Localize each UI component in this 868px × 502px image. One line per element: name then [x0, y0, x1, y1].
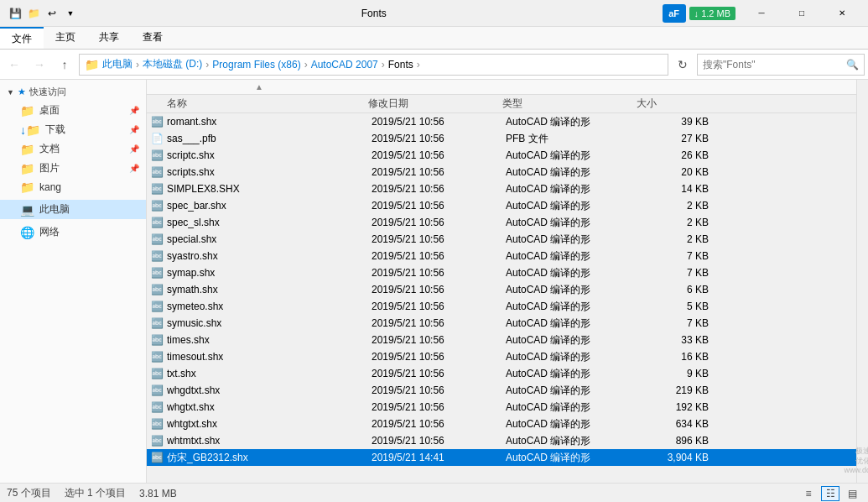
- up-button[interactable]: ↑: [54, 54, 75, 76]
- file-row[interactable]: 🔤 SIMPLEX8.SHX 2019/5/21 10:56 AutoCAD 编…: [147, 180, 856, 197]
- breadcrumb-fonts: Fonts: [388, 59, 413, 71]
- file-row[interactable]: 🔤 whtmtxt.shx 2019/5/21 10:56 AutoCAD 编译…: [147, 432, 856, 449]
- file-date: 2019/5/21 10:56: [372, 250, 506, 262]
- file-row[interactable]: 🔤 timesout.shx 2019/5/21 10:56 AutoCAD 编…: [147, 348, 856, 365]
- file-row[interactable]: 🔤 romant.shx 2019/5/21 10:56 AutoCAD 编译的…: [147, 113, 856, 130]
- sort-indicator: ▲: [255, 82, 263, 92]
- file-icon: 🔤: [150, 434, 164, 447]
- col-name-header[interactable]: 名称: [150, 97, 368, 111]
- sidebar-item-kang[interactable]: 📁 kang: [0, 178, 146, 196]
- maximize-button[interactable]: [782, 2, 821, 25]
- file-row[interactable]: 🔤 spec_sl.shx 2019/5/21 10:56 AutoCAD 编译…: [147, 214, 856, 231]
- file-type: AutoCAD 编译的形: [506, 451, 640, 465]
- file-type: AutoCAD 编译的形: [506, 283, 640, 297]
- file-list: 🔤 romant.shx 2019/5/21 10:56 AutoCAD 编译的…: [147, 113, 856, 483]
- sidebar-item-pictures[interactable]: 📁 图片 📌: [0, 159, 146, 178]
- file-row[interactable]: 🔤 whgdtxt.shx 2019/5/21 10:56 AutoCAD 编译…: [147, 382, 856, 399]
- newdir-quick-btn[interactable]: 📁: [25, 5, 42, 22]
- file-row[interactable]: 🔤 syastro.shx 2019/5/21 10:56 AutoCAD 编译…: [147, 248, 856, 264]
- sidebar-item-thispc[interactable]: 💻 此电脑: [0, 200, 146, 219]
- tab-home[interactable]: 主页: [44, 27, 87, 49]
- file-name: symath.shx: [167, 284, 372, 295]
- file-size: 20 KB: [640, 166, 715, 178]
- sidebar-section-quickaccess: ▼ ★ 快速访问 📁 桌面 📌 ↓📁 下载 📌 📁 文档 📌 📁: [0, 83, 146, 196]
- breadcrumb-programfiles[interactable]: Program Files (x86): [212, 59, 300, 71]
- file-row[interactable]: 🔤 whgtxt.shx 2019/5/21 10:56 AutoCAD 编译的…: [147, 399, 856, 416]
- file-name: romant.shx: [167, 116, 372, 128]
- col-type-header[interactable]: 类型: [502, 97, 637, 111]
- save-quick-btn[interactable]: 💾: [7, 5, 23, 22]
- minimize-button[interactable]: [742, 2, 781, 25]
- file-type: AutoCAD 编译的形: [506, 316, 640, 331]
- file-row[interactable]: 🔤 symath.shx 2019/5/21 10:56 AutoCAD 编译的…: [147, 281, 856, 298]
- file-row[interactable]: 🔤 仿宋_GB2312.shx 2019/5/21 14:41 AutoCAD …: [147, 449, 856, 466]
- breadcrumb-autocad[interactable]: AutoCAD 2007: [311, 59, 378, 71]
- details-view-btn[interactable]: ≡: [799, 486, 818, 501]
- status-size: 3.81 MB: [139, 488, 177, 499]
- close-button[interactable]: [823, 2, 861, 25]
- file-type: AutoCAD 编译的形: [506, 182, 640, 196]
- file-row[interactable]: 🔤 txt.shx 2019/5/21 10:56 AutoCAD 编译的形 9…: [147, 365, 856, 382]
- file-row[interactable]: 🔤 scriptc.shx 2019/5/21 10:56 AutoCAD 编译…: [147, 147, 856, 164]
- file-icon: 🔤: [150, 199, 164, 212]
- pc-icon: 💻: [20, 203, 34, 217]
- tab-view[interactable]: 查看: [131, 27, 174, 49]
- sidebar-item-network[interactable]: 🌐 网络: [0, 222, 146, 242]
- tile-view-btn[interactable]: ▤: [843, 486, 861, 501]
- tab-share[interactable]: 共享: [87, 27, 131, 49]
- back-button[interactable]: ←: [3, 54, 25, 76]
- file-row[interactable]: 🔤 scripts.shx 2019/5/21 10:56 AutoCAD 编译…: [147, 164, 856, 180]
- sidebar-header-quickaccess[interactable]: ▼ ★ 快速访问: [0, 83, 146, 101]
- file-date: 2019/5/21 10:56: [372, 351, 506, 363]
- file-icon: 🔤: [150, 333, 164, 347]
- file-row[interactable]: 🔤 special.shx 2019/5/21 10:56 AutoCAD 编译…: [147, 231, 856, 248]
- breadcrumb-thispc[interactable]: 此电脑: [102, 57, 133, 71]
- download-badge[interactable]: ↓ 1.2 MB: [689, 7, 735, 20]
- sidebar-section-network: 🌐 网络: [0, 222, 146, 242]
- file-name: timesout.shx: [167, 351, 372, 363]
- file-row[interactable]: 🔤 symap.shx 2019/5/21 10:56 AutoCAD 编译的形…: [147, 264, 856, 281]
- forward-button[interactable]: →: [29, 54, 50, 76]
- tab-file[interactable]: 文件: [0, 27, 44, 49]
- file-row[interactable]: 🔤 spec_bar.shx 2019/5/21 10:56 AutoCAD 编…: [147, 197, 856, 214]
- file-size: 33 KB: [640, 334, 715, 346]
- file-type: AutoCAD 编译的形: [506, 300, 640, 314]
- list-view-btn[interactable]: ☷: [821, 486, 839, 501]
- file-date: 2019/5/21 10:56: [372, 217, 506, 228]
- watermark: 极速 优化 www.ddd...: [844, 447, 868, 476]
- dropdown-quick-btn[interactable]: ▼: [62, 5, 79, 22]
- col-date-header[interactable]: 修改日期: [368, 97, 502, 111]
- refresh-button[interactable]: ↻: [672, 54, 694, 76]
- file-size: 16 KB: [640, 351, 715, 363]
- search-input[interactable]: [703, 59, 843, 71]
- breadcrumb-localdisk[interactable]: 本地磁盘 (D:): [143, 57, 202, 71]
- file-row[interactable]: 🔤 symusic.shx 2019/5/21 10:56 AutoCAD 编译…: [147, 315, 856, 332]
- file-name: sas___.pfb: [167, 133, 372, 144]
- file-type: AutoCAD 编译的形: [506, 350, 640, 364]
- sidebar: ▼ ★ 快速访问 📁 桌面 📌 ↓📁 下载 📌 📁 文档 📌 📁: [0, 80, 147, 483]
- undo-quick-btn[interactable]: ↩: [44, 5, 60, 22]
- file-type: AutoCAD 编译的形: [506, 434, 640, 448]
- file-area: ▲ 名称 修改日期 类型 大小 🔤 romant.shx 2019/5/21 1…: [147, 80, 856, 483]
- file-size: 39 KB: [640, 116, 715, 128]
- file-row[interactable]: 🔤 whtgtxt.shx 2019/5/21 10:56 AutoCAD 编译…: [147, 416, 856, 432]
- file-row[interactable]: 📄 sas___.pfb 2019/5/21 10:56 PFB 文件 27 K…: [147, 130, 856, 147]
- file-icon: 📄: [150, 132, 164, 145]
- file-size: 634 KB: [640, 418, 715, 430]
- sidebar-item-desktop[interactable]: 📁 桌面 📌: [0, 101, 146, 120]
- col-size-header[interactable]: 大小: [637, 97, 712, 111]
- file-size: 3,904 KB: [640, 452, 715, 463]
- file-row[interactable]: 🔤 symeteo.shx 2019/5/21 10:56 AutoCAD 编译…: [147, 298, 856, 315]
- sidebar-item-download[interactable]: ↓📁 下载 📌: [0, 120, 146, 139]
- sidebar-section-thispc: 💻 此电脑: [0, 200, 146, 219]
- file-type: AutoCAD 编译的形: [506, 333, 640, 348]
- app-icon: aF: [663, 4, 686, 23]
- sidebar-item-documents[interactable]: 📁 文档 📌: [0, 139, 146, 159]
- file-row[interactable]: 🔤 times.shx 2019/5/21 10:56 AutoCAD 编译的形…: [147, 332, 856, 348]
- file-icon: 🔤: [150, 451, 164, 464]
- file-size: 7 KB: [640, 317, 715, 329]
- column-header: 名称 修改日期 类型 大小: [147, 95, 856, 113]
- file-type: AutoCAD 编译的形: [506, 384, 640, 398]
- file-name: whtmtxt.shx: [167, 435, 372, 447]
- pin-icon-pic: 📌: [129, 164, 139, 173]
